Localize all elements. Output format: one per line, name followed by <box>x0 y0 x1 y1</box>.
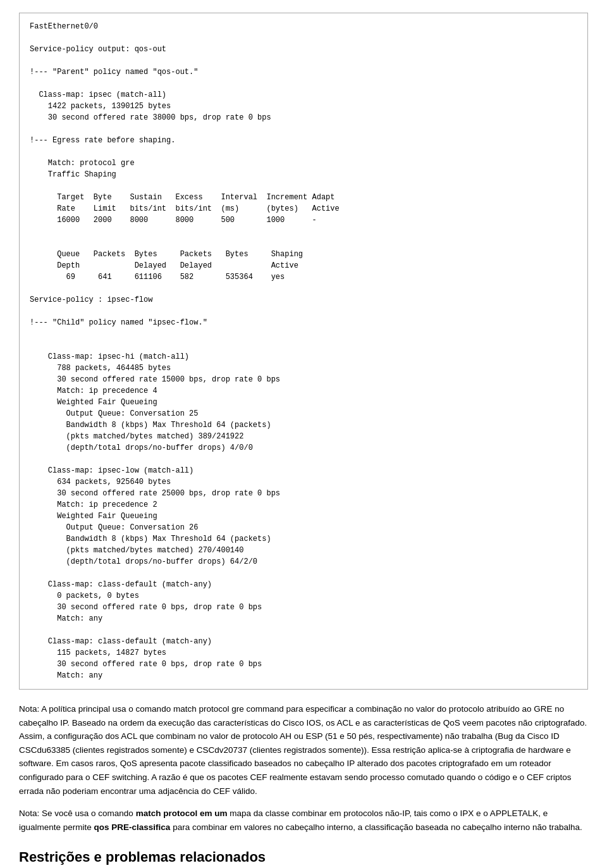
note2-text-before: Nota: Se você usa o comando <box>19 809 136 818</box>
note-section-2: Nota: Se você usa o comando match protoc… <box>19 807 588 834</box>
note2-text-end: para combinar em valores no cabeçalho in… <box>170 822 582 832</box>
note2-bold-match: match protocol em um <box>136 809 228 818</box>
code-block-container: FastEthernet0/0 Service-policy output: q… <box>19 13 588 690</box>
code-output: FastEthernet0/0 Service-policy output: q… <box>19 13 588 690</box>
note-paragraph-1: Nota: A política principal usa o comando… <box>19 702 588 798</box>
section-heading: Restrições e problemas relacionados <box>19 849 588 865</box>
note-section-1: Nota: A política principal usa o comando… <box>19 702 588 798</box>
note2-bold-qos: qos PRE-classifica <box>94 822 171 832</box>
note-paragraph-2: Nota: Se você usa o comando match protoc… <box>19 807 588 834</box>
